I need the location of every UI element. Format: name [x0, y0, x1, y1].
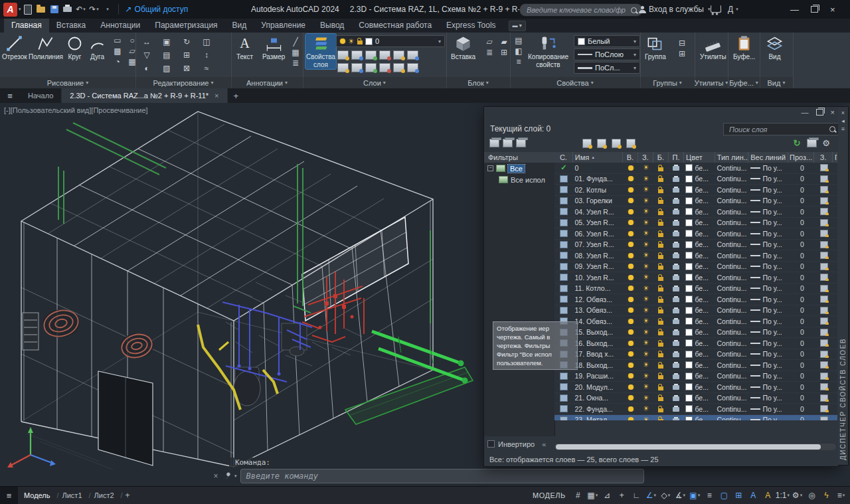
panel-groups-label[interactable]: Группы	[640, 77, 695, 88]
layer-freeze-icon[interactable]: ☀	[639, 394, 654, 402]
layer-freeze-icon[interactable]: ☀	[639, 317, 654, 325]
layer-color[interactable]: бе...	[683, 186, 715, 194]
layer-color[interactable]: бе...	[683, 175, 715, 183]
layer-row[interactable]: 23. Метал...☀бе...Continu...По у...0	[554, 415, 837, 421]
layer-prev-icon[interactable]	[337, 63, 349, 72]
layer-row[interactable]: 03. Горелки☀бе...Continu...По у...0	[554, 196, 837, 207]
snap-mode-icon[interactable]: ▦	[586, 489, 600, 502]
layer-freeze-icon[interactable]: ☀	[639, 274, 654, 281]
layer-transparency[interactable]: 0	[789, 350, 815, 358]
layer-on-icon[interactable]	[624, 231, 639, 236]
layer-linetype[interactable]: Continu...	[715, 208, 749, 216]
layer-lock-icon[interactable]	[653, 187, 669, 193]
column-header[interactable]: Проз...	[788, 152, 814, 163]
layer-lineweight[interactable]: По у...	[748, 240, 789, 248]
column-header[interactable]: Вес линий	[748, 152, 788, 163]
panel-layers-label[interactable]: Слои	[303, 77, 446, 88]
layer-freeze-icon[interactable]: ☀	[639, 373, 654, 380]
layer-name[interactable]: 05. Узел R...	[573, 218, 624, 226]
column-header[interactable]: Тип лин...	[715, 152, 748, 163]
layer-freeze-icon[interactable]: ☀	[639, 263, 654, 270]
layer-color[interactable]: бе...	[683, 295, 715, 303]
layer-plot-icon[interactable]	[669, 286, 684, 292]
stretch-icon[interactable]: ↕	[201, 50, 212, 60]
grid-icon[interactable]: #	[571, 489, 585, 502]
block-attach-icon[interactable]: ⊞	[498, 47, 510, 57]
hatch-edit-icon[interactable]: ▧	[161, 63, 173, 73]
layer-plot-icon[interactable]	[669, 417, 684, 420]
trim-icon[interactable]: ▽	[141, 50, 153, 60]
layer-freeze-icon[interactable]: ☀	[639, 252, 654, 259]
layout-tab-model[interactable]: Модель	[18, 491, 56, 499]
layer-plot-icon[interactable]	[669, 296, 684, 302]
annotation-scale-icon[interactable]: 1:1	[776, 489, 790, 502]
panel-modify-label[interactable]: Редактирование	[135, 77, 231, 88]
layer-transparency[interactable]: 0	[789, 175, 815, 183]
layer-transparency[interactable]: 0	[789, 306, 815, 314]
layer-plot-icon[interactable]	[669, 384, 684, 390]
tab-start[interactable]: Начало	[20, 88, 62, 103]
layer-lineweight[interactable]: По у...	[748, 405, 789, 413]
command-customize-icon[interactable]: ▾	[224, 472, 237, 481]
layer-on-icon[interactable]	[624, 341, 639, 346]
layer-name[interactable]: 19. Расши...	[573, 372, 624, 380]
ortho-icon[interactable]: ∟	[630, 489, 643, 502]
layer-freeze-icon[interactable]: ☀	[639, 307, 654, 314]
layer-row[interactable]: 02. Котлы☀бе...Continu...По у...0	[554, 185, 837, 196]
layer-lock-icon[interactable]	[653, 296, 669, 303]
layer-color[interactable]: бе...	[683, 262, 715, 270]
layer-name[interactable]: 11. Котло...	[573, 284, 624, 292]
layer-linetype[interactable]: Continu...	[715, 230, 749, 238]
close-button[interactable]: ×	[830, 5, 835, 15]
layer-vpfreeze-icon[interactable]	[815, 416, 834, 420]
properties-palette-icon[interactable]: ▤	[513, 35, 525, 45]
explode-icon[interactable]: ⊠	[181, 63, 193, 73]
layer-plot-icon[interactable]	[669, 318, 684, 324]
ribbon-tab[interactable]: Управление	[254, 19, 313, 33]
polar-tracking-icon[interactable]: ∠	[644, 489, 658, 502]
layer-name[interactable]: 06. Узел R...	[573, 230, 624, 238]
layer-row[interactable]: 01. Фунда...☀бе...Continu...По у...0	[554, 174, 837, 185]
layer-lineweight[interactable]: По у...	[748, 274, 789, 282]
layer-plot-icon[interactable]	[669, 165, 684, 171]
layer-transparency[interactable]: 0	[789, 372, 815, 380]
ribbon-tab[interactable]: Вид	[225, 19, 254, 33]
layer-vpfreeze-icon[interactable]	[815, 263, 834, 270]
erase-icon[interactable]: ▤	[161, 50, 173, 60]
scrollbar-thumb[interactable]	[556, 444, 821, 450]
layer-lineweight[interactable]: По у...	[748, 197, 789, 205]
layer-color[interactable]: бе...	[683, 240, 715, 248]
share-button[interactable]: ↗ Общий доступ	[126, 5, 189, 14]
layer-on-icon[interactable]	[624, 417, 639, 420]
lineweight-icon[interactable]: ≡	[703, 489, 717, 502]
new-file-icon[interactable]	[22, 3, 34, 15]
layer-transparency[interactable]: 0	[789, 186, 815, 194]
qat-customize-icon[interactable]: ▾	[102, 3, 114, 15]
arc-tool[interactable]: Дуга	[88, 34, 107, 61]
autoscale-icon[interactable]: А	[761, 489, 775, 502]
layer-vpfreeze-icon[interactable]	[815, 351, 834, 358]
layer-freeze-icon[interactable]: ☀	[639, 361, 654, 369]
layer-color[interactable]: бе...	[683, 350, 715, 358]
layer-lock-icon[interactable]	[653, 416, 669, 420]
table-icon[interactable]: ▦	[290, 47, 301, 57]
leader-icon[interactable]: ╱	[290, 37, 301, 46]
layer-transparency[interactable]: 0	[789, 328, 815, 336]
layer-plot-icon[interactable]	[669, 329, 684, 335]
layer-properties-button[interactable]: Свойства слоя	[305, 34, 336, 69]
filters-header[interactable]: Фильтры«	[484, 152, 562, 163]
layer-transparency[interactable]: 0	[789, 339, 815, 347]
layer-transparency[interactable]: 0	[789, 295, 815, 303]
ungroup-icon[interactable]: ⊟	[676, 38, 688, 48]
layer-vpfreeze-icon[interactable]	[815, 274, 834, 281]
layer-row[interactable]: 04. Узел R...☀бе...Continu...По у...0	[554, 207, 837, 218]
layer-linetype[interactable]: Continu...	[715, 262, 749, 270]
layer-plot-icon[interactable]	[669, 252, 684, 258]
layer-freeze-icon[interactable]: ☀	[639, 175, 654, 183]
layer-linetype[interactable]: Continu...	[715, 317, 749, 325]
column-header[interactable]: П.	[669, 152, 684, 163]
layer-lock-icon[interactable]	[653, 285, 669, 292]
panel-view-label[interactable]: Вид	[760, 77, 793, 88]
layer-freeze-icon[interactable]: ☀	[639, 186, 654, 193]
layer-freeze-icon[interactable]: ☀	[639, 285, 654, 292]
